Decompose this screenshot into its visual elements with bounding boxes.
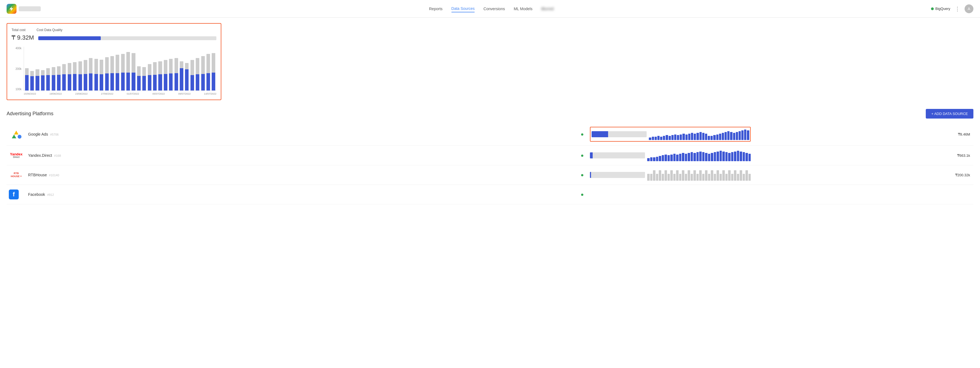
bigquery-badge[interactable]: BigQuery <box>931 6 950 11</box>
spark-bar-26 <box>722 152 725 161</box>
chart-header: Total cost Cost Data Quality <box>11 28 216 32</box>
google-ads-icon <box>11 128 22 140</box>
bar-bottom-30 <box>185 69 189 90</box>
nav-conversions[interactable]: Conversions <box>484 5 505 12</box>
bar-group-21 <box>137 47 141 90</box>
platform-row-rtbhouse[interactable]: RTBHOUSE = RTBHouse #10140 ₸200.32k <box>6 165 974 185</box>
spark-bar-20 <box>705 153 708 161</box>
spark-bar-11 <box>679 154 682 161</box>
bar-cell-google-ads <box>588 123 753 146</box>
spark-bar-3 <box>656 174 659 181</box>
bar-bottom-35 <box>212 73 215 90</box>
bar-top-20 <box>132 53 135 73</box>
bar-top-4 <box>46 68 50 75</box>
spark-bar-14 <box>688 170 690 181</box>
bar-chart-wrapper: 400k 200k 100k 15/06/2022 19/06/2022 23/… <box>11 47 216 95</box>
nav-data-sources[interactable]: Data Sources <box>452 5 475 13</box>
nav-extra[interactable]: Blurred <box>541 5 554 12</box>
amount-cell-google-ads: ₸8.46M <box>753 123 974 146</box>
spark-bar-10 <box>676 155 679 161</box>
spark-bar-11 <box>680 135 682 140</box>
main-nav: Reports Data Sources Conversions ML Mode… <box>52 5 931 13</box>
spark-bar-0 <box>647 174 650 181</box>
status-cell-facebook <box>577 185 588 205</box>
bar-group-3 <box>40 47 45 90</box>
bar-group-2 <box>35 47 40 90</box>
bar-top-12 <box>89 58 92 73</box>
user-avatar[interactable]: A <box>964 5 974 13</box>
spark-bar-28 <box>728 153 730 161</box>
spark-bar-6 <box>665 155 667 161</box>
platform-row-facebook[interactable]: f Facebook #912 <box>6 185 974 205</box>
bar-bottom-14 <box>100 74 103 90</box>
spark-bar-27 <box>725 152 728 161</box>
spark-bar-26 <box>722 170 725 181</box>
bar-bottom-26 <box>164 74 167 90</box>
bar-cell-facebook <box>588 185 753 205</box>
bar-group-8 <box>67 47 72 90</box>
status-dot-rtbhouse <box>581 174 583 176</box>
spark-bar-25 <box>719 151 722 161</box>
spark-bar-9 <box>673 174 676 181</box>
bar-bottom-28 <box>175 73 178 90</box>
more-options-icon[interactable]: ⋮ <box>955 6 960 11</box>
spark-bar-23 <box>714 174 716 181</box>
bar-group-19 <box>126 47 130 90</box>
bar-bottom-16 <box>110 73 114 90</box>
cost-quality-label: Cost Data Quality <box>37 28 62 32</box>
app-logo-icon[interactable] <box>6 4 16 14</box>
bar-group-13 <box>94 47 98 90</box>
bar-top-33 <box>201 56 205 74</box>
spark-bar-21 <box>708 174 711 181</box>
svg-marker-2 <box>12 135 16 138</box>
platform-row-google-ads[interactable]: Google Ads #5706 ₸8.46M <box>6 123 974 146</box>
spark-bar-18 <box>699 170 702 181</box>
spark-bar-32 <box>738 131 741 140</box>
bar-chart <box>24 47 216 91</box>
spark-bar-20 <box>705 134 707 140</box>
bar-group-27 <box>169 47 173 90</box>
x-label-2: 19/06/2022 <box>49 92 62 95</box>
bar-area-rtbhouse <box>590 169 751 181</box>
spark-bar-19 <box>702 174 705 181</box>
spark-bar-13 <box>685 174 687 181</box>
spark-bar-22 <box>711 153 713 161</box>
amount-cell-facebook <box>753 185 974 205</box>
spark-bar-9 <box>674 135 676 140</box>
add-data-source-button[interactable]: + ADD DATA SOURCE <box>926 109 974 119</box>
spark-bar-21 <box>708 154 711 161</box>
bar-top-26 <box>164 60 167 74</box>
sparkbar-area-yandex-direct <box>647 150 751 161</box>
platform-row-yandex-direct[interactable]: YandexDirect Yandex.Direct #168 ₸663.1k <box>6 146 974 165</box>
spark-bar-0 <box>647 158 650 161</box>
spark-bar-8 <box>670 155 673 161</box>
spark-bar-8 <box>670 170 673 181</box>
bar-top-18 <box>121 54 125 73</box>
header-right: BigQuery ⋮ A <box>931 5 974 13</box>
logo-cell-facebook: f <box>6 185 26 205</box>
bar-group-30 <box>185 47 189 90</box>
bar-area-yandex-direct <box>590 150 751 161</box>
nav-reports[interactable]: Reports <box>429 5 443 12</box>
main-content: Total cost Cost Data Quality ₸ 9.32M 400… <box>0 17 980 210</box>
bar-cell-yandex-direct <box>588 146 753 165</box>
spark-bar-4 <box>659 170 661 181</box>
spark-bar-33 <box>743 174 745 181</box>
spark-bar-24 <box>717 170 719 181</box>
spark-bar-17 <box>697 174 699 181</box>
cost-progress-bar <box>38 36 216 40</box>
spark-bar-23 <box>713 135 716 140</box>
platforms-table: Google Ads #5706 ₸8.46M YandexDirect Yan… <box>6 123 974 205</box>
bar-top-3 <box>41 70 45 75</box>
platform-name-facebook: Facebook <box>28 192 45 197</box>
logo-cell-rtbhouse: RTBHOUSE = <box>6 165 26 185</box>
spark-bar-35 <box>748 154 751 161</box>
spark-bar-4 <box>659 156 661 161</box>
spark-bar-18 <box>700 132 702 140</box>
spark-bar-33 <box>741 130 743 140</box>
svg-point-1 <box>18 135 21 139</box>
spark-bar-2 <box>653 170 655 181</box>
spark-bar-28 <box>727 131 730 140</box>
nav-ml-models[interactable]: ML Models <box>514 5 532 12</box>
spark-bar-5 <box>662 174 664 181</box>
